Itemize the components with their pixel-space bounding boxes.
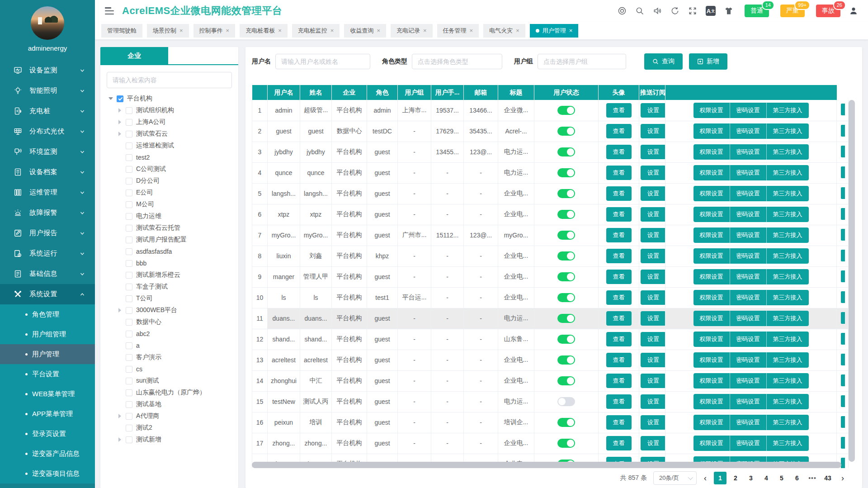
push-subscribe-button[interactable]: 设置: [641, 374, 665, 388]
status-toggle[interactable]: [557, 251, 575, 261]
caret-right-icon[interactable]: [116, 120, 124, 124]
view-avatar-button[interactable]: 查看: [606, 394, 632, 409]
tree-checkbox[interactable]: [117, 95, 123, 102]
tree-checkbox[interactable]: [126, 248, 132, 255]
push-subscribe-button[interactable]: 设置: [641, 311, 665, 326]
third-party-access-button[interactable]: 第三方接入: [767, 436, 809, 451]
tab-场景控制[interactable]: 场景控制×: [147, 24, 189, 38]
close-icon[interactable]: ×: [423, 28, 427, 33]
status-toggle[interactable]: [557, 355, 575, 365]
permission-settings-button[interactable]: 权限设置: [693, 103, 730, 118]
password-settings-button[interactable]: 密码设置: [730, 103, 767, 118]
tab-电气火灾[interactable]: 电气火灾×: [483, 24, 525, 38]
close-icon[interactable]: ×: [179, 28, 183, 33]
view-avatar-button[interactable]: 查看: [606, 270, 632, 284]
page-size-select[interactable]: 20条/页: [653, 471, 697, 485]
translate-icon[interactable]: A文: [706, 6, 716, 16]
tree-checkbox[interactable]: [126, 366, 132, 373]
permission-settings-button[interactable]: 权限设置: [693, 207, 730, 222]
alarm-button-普通[interactable]: 普通14: [745, 5, 769, 17]
password-settings-button[interactable]: 密码设置: [730, 227, 767, 243]
tree-checkbox[interactable]: [126, 413, 132, 420]
third-party-access-button[interactable]: 第三方接入: [767, 332, 809, 347]
tree-checkbox[interactable]: [126, 319, 132, 326]
page-button-2[interactable]: 2: [729, 472, 742, 484]
tree-checkbox[interactable]: [126, 213, 132, 220]
theme-icon[interactable]: [724, 6, 733, 15]
sidebar-item-充电桩[interactable]: 充电桩: [0, 101, 95, 121]
push-subscribe-button[interactable]: 设置: [641, 332, 665, 346]
tree-node-test2[interactable]: test2: [100, 152, 238, 163]
view-avatar-button[interactable]: 查看: [606, 374, 632, 388]
speaker-icon[interactable]: [653, 6, 662, 15]
third-party-access-button[interactable]: 第三方接入: [767, 207, 809, 222]
push-subscribe-button[interactable]: 设置: [641, 186, 665, 201]
permission-settings-button[interactable]: 权限设置: [693, 248, 730, 264]
sidebar-subitem-角色管理[interactable]: 角色管理: [0, 304, 95, 324]
close-icon[interactable]: ×: [470, 28, 473, 33]
third-party-access-button[interactable]: 第三方接入: [767, 123, 809, 139]
sidebar-subitem-WEB菜单管理[interactable]: WEB菜单管理: [0, 384, 95, 404]
view-avatar-button[interactable]: 查看: [606, 249, 632, 263]
permission-settings-button[interactable]: 权限设置: [693, 415, 730, 430]
alarm-button-事故[interactable]: 事故26: [816, 5, 840, 17]
permission-settings-button[interactable]: 权限设置: [693, 311, 730, 326]
status-toggle[interactable]: [557, 376, 575, 385]
user-avatar[interactable]: [31, 6, 64, 40]
push-subscribe-button[interactable]: 设置: [641, 124, 665, 138]
password-settings-button[interactable]: 密码设置: [730, 248, 767, 264]
status-toggle[interactable]: [557, 335, 575, 344]
tree-node-sun测试[interactable]: sun测试: [100, 375, 238, 387]
push-subscribe-button[interactable]: 设置: [641, 207, 665, 222]
password-settings-button[interactable]: 密码设置: [730, 436, 767, 451]
push-subscribe-button[interactable]: 设置: [641, 394, 665, 409]
tree-node-运维巡检测试[interactable]: 运维巡检测试: [100, 140, 238, 152]
tree-node-asdfasfasdfa[interactable]: asdfasfasdfa: [100, 246, 238, 257]
permission-settings-button[interactable]: 权限设置: [693, 290, 730, 305]
sidebar-item-运维管理[interactable]: 运维管理: [0, 182, 95, 203]
push-subscribe-button[interactable]: 设置: [641, 166, 665, 180]
close-icon[interactable]: ×: [569, 28, 573, 33]
tab-enterprise[interactable]: 企业: [100, 47, 168, 64]
permission-settings-button[interactable]: 权限设置: [693, 352, 730, 368]
next-page-button[interactable]: ›: [840, 474, 845, 482]
tree-node-测试新增[interactable]: 测试新增: [100, 434, 238, 445]
password-settings-button[interactable]: 密码设置: [730, 352, 767, 368]
vertical-scrollbar[interactable]: [849, 100, 855, 462]
tree-search-input[interactable]: [107, 72, 232, 88]
status-toggle[interactable]: [557, 418, 575, 427]
caret-right-icon[interactable]: [116, 108, 124, 113]
status-toggle[interactable]: [557, 168, 575, 177]
caret-right-icon[interactable]: [116, 308, 124, 313]
tree-node-3000WEB平台[interactable]: 3000WEB平台: [100, 304, 238, 316]
page-button-3[interactable]: 3: [745, 472, 757, 484]
fullscreen-icon[interactable]: [688, 6, 697, 15]
push-subscribe-button[interactable]: 设置: [641, 249, 665, 263]
tree-checkbox[interactable]: [126, 260, 132, 267]
tree-node-a[interactable]: a: [100, 340, 238, 351]
permission-settings-button[interactable]: 权限设置: [693, 123, 730, 139]
sidebar-subitem-用户管理[interactable]: 用户管理: [0, 344, 95, 364]
prev-page-button[interactable]: ‹: [703, 474, 708, 482]
sidebar-item-故障报警[interactable]: 故障报警: [0, 203, 95, 223]
caret-right-icon[interactable]: [116, 132, 124, 136]
tab-充电记录[interactable]: 充电记录×: [391, 24, 433, 38]
sidebar-item-环境监测[interactable]: 环境监测: [0, 142, 95, 162]
tree-checkbox[interactable]: [126, 166, 132, 173]
permission-settings-button[interactable]: 权限设置: [693, 436, 730, 451]
tab-用户管理[interactable]: 用户管理×: [530, 24, 579, 38]
tree-node-车盒子测试[interactable]: 车盒子测试: [100, 281, 238, 293]
sidebar-item-智能照明[interactable]: 智能照明: [0, 81, 95, 101]
tree-checkbox[interactable]: [126, 354, 132, 361]
tree-checkbox[interactable]: [126, 436, 132, 443]
view-avatar-button[interactable]: 查看: [606, 228, 632, 242]
tree-node-测试萤石云托管[interactable]: 测试萤石云托管: [100, 222, 238, 234]
permission-settings-button[interactable]: 权限设置: [693, 144, 730, 160]
status-toggle[interactable]: [557, 106, 575, 115]
sidebar-subitem-用户组管理[interactable]: 用户组管理: [0, 324, 95, 344]
tree-node-山东赢伦电力（原广烨）[interactable]: 山东赢伦电力（原广烨）: [100, 387, 238, 398]
tab-充电桩看板[interactable]: 充电桩看板×: [240, 24, 288, 38]
password-settings-button[interactable]: 密码设置: [730, 207, 767, 222]
status-toggle[interactable]: [557, 314, 575, 323]
password-settings-button[interactable]: 密码设置: [730, 123, 767, 139]
